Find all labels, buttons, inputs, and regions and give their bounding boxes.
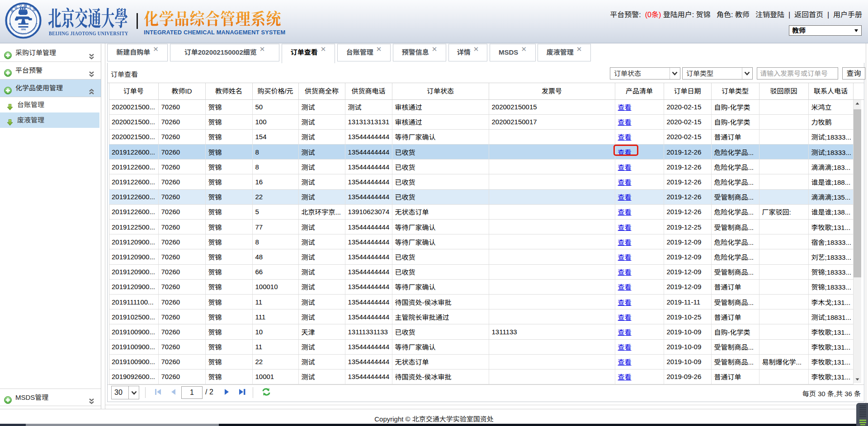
svg-text:1896: 1896: [21, 28, 26, 31]
